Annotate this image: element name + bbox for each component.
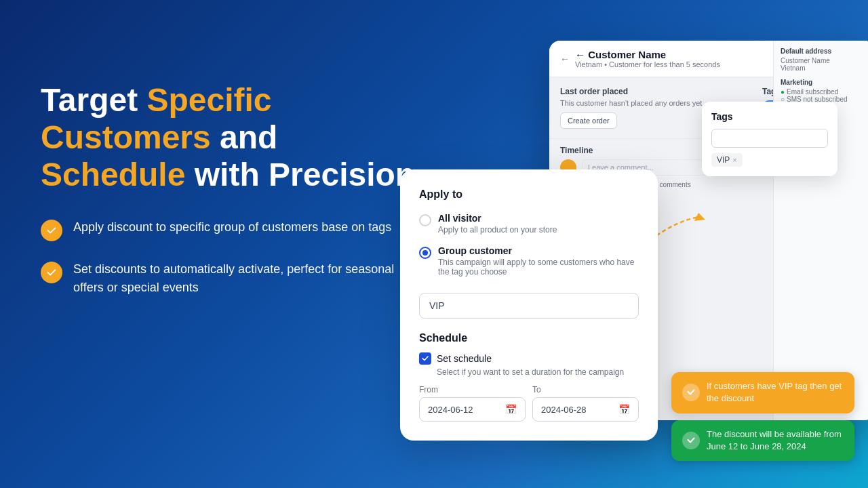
default-address-title: Default address bbox=[781, 47, 868, 55]
option-all-visitor[interactable]: All visitor Apply to all product on your… bbox=[419, 213, 639, 235]
feature-list: Apply discount to specific group of cust… bbox=[41, 218, 420, 297]
headline-highlight2: Schedule bbox=[41, 157, 185, 192]
set-schedule-label: Set schedule bbox=[437, 353, 492, 364]
address-country: Vietnam bbox=[781, 64, 868, 72]
option-group-desc: This campaign will apply to some custome… bbox=[438, 258, 639, 277]
apply-to-title: Apply to bbox=[419, 188, 639, 201]
option-group-label: Group customer bbox=[438, 245, 639, 256]
panel-title: ← Customer Name bbox=[575, 49, 720, 60]
to-date-input[interactable]: 2024-06-28 📅 bbox=[532, 397, 639, 422]
to-date-field: To 2024-06-28 📅 bbox=[532, 385, 639, 422]
to-date-value: 2024-06-28 bbox=[541, 405, 587, 415]
notif-vip: If customers have VIP tag then get the d… bbox=[671, 372, 854, 413]
email-status: ● Email subscribed bbox=[781, 88, 868, 96]
panel-subtitle: Vietnam • Customer for less than 5 secon… bbox=[575, 60, 720, 68]
feature-text-2: Set discounts to automatically activate,… bbox=[73, 260, 420, 297]
check-circle-1 bbox=[41, 220, 62, 241]
to-label: To bbox=[532, 385, 639, 394]
headline-part1: Target bbox=[41, 82, 146, 118]
schedule-title: Schedule bbox=[419, 332, 639, 344]
notification-container: If customers have VIP tag then get the d… bbox=[671, 372, 854, 461]
notif-dates: The discount will be available from June… bbox=[671, 420, 854, 461]
last-order-label: Last order placed bbox=[560, 87, 754, 96]
notif-vip-text: If customers have VIP tag then get the d… bbox=[707, 380, 844, 405]
group-tag-input[interactable] bbox=[419, 293, 639, 319]
headline: Target Specific Customers and Schedule w… bbox=[41, 81, 420, 194]
from-date-input[interactable]: 2024-06-12 📅 bbox=[419, 397, 526, 422]
radio-all-visitor[interactable] bbox=[419, 214, 431, 226]
marketing-title: Marketing bbox=[781, 79, 868, 86]
notif-check-2 bbox=[682, 432, 700, 449]
set-schedule-row[interactable]: Set schedule bbox=[419, 352, 639, 365]
from-date-field: From 2024-06-12 📅 bbox=[419, 385, 526, 422]
detail-sidebar: Default address Customer Name Vietnam Ma… bbox=[773, 41, 868, 420]
main-card: Apply to All visitor Apply to all produc… bbox=[400, 169, 658, 441]
feature-text-1: Apply discount to specific group of cust… bbox=[73, 218, 391, 237]
notif-dates-text: The discount will be available from June… bbox=[707, 428, 844, 453]
address-name: Customer Name bbox=[781, 57, 868, 64]
from-date-value: 2024-06-12 bbox=[428, 405, 473, 415]
marketing-section: Marketing ● Email subscribed ○ SMS not s… bbox=[781, 79, 868, 103]
tags-input-field[interactable] bbox=[711, 129, 828, 148]
option-group-customer-content: Group customer This campaign will apply … bbox=[438, 245, 639, 277]
set-schedule-desc: Select if you want to set a duration for… bbox=[437, 367, 639, 377]
to-date-icon: 📅 bbox=[618, 404, 630, 415]
back-arrow[interactable]: ← bbox=[560, 54, 570, 64]
radio-group-customer[interactable] bbox=[419, 247, 431, 259]
vip-tag-text: VIP bbox=[717, 155, 730, 165]
option-all-visitor-desc: Apply to all product on your store bbox=[438, 225, 557, 235]
notif-check-1 bbox=[682, 384, 700, 401]
feature-item-2: Set discounts to automatically activate,… bbox=[41, 260, 420, 297]
set-schedule-checkbox[interactable] bbox=[419, 352, 431, 365]
headline-part3: with Precision bbox=[185, 157, 415, 192]
option-group-customer[interactable]: Group customer This campaign will apply … bbox=[419, 245, 639, 277]
option-all-visitor-content: All visitor Apply to all product on your… bbox=[438, 213, 557, 235]
tag-remove-btn[interactable]: × bbox=[732, 156, 736, 164]
from-date-icon: 📅 bbox=[505, 404, 517, 415]
date-row: From 2024-06-12 📅 To 2024-06-28 📅 bbox=[419, 385, 639, 422]
headline-part2: and bbox=[211, 119, 278, 155]
create-order-button[interactable]: Create order bbox=[560, 113, 617, 129]
vip-tag-badge: VIP × bbox=[711, 153, 743, 167]
from-label: From bbox=[419, 385, 526, 394]
feature-item-1: Apply discount to specific group of cust… bbox=[41, 218, 420, 241]
tags-popup-title: Tags bbox=[711, 111, 828, 122]
left-section: Target Specific Customers and Schedule w… bbox=[41, 81, 420, 297]
default-address-section: Default address Customer Name Vietnam bbox=[781, 47, 868, 72]
option-all-visitor-label: All visitor bbox=[438, 213, 557, 224]
schedule-section: Schedule Set schedule Select if you want… bbox=[419, 332, 639, 422]
tags-popup: Tags VIP × bbox=[702, 102, 837, 176]
check-circle-2 bbox=[41, 262, 62, 283]
